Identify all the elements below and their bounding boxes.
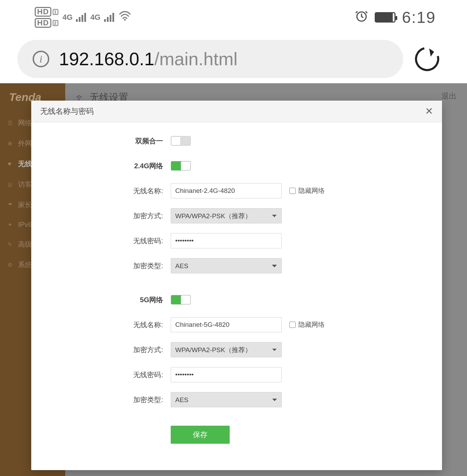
net24-toggle[interactable] (171, 161, 191, 171)
dualband-toggle[interactable] (171, 136, 191, 146)
dualband-label: 双频合一 (45, 136, 163, 146)
password5-input[interactable] (171, 367, 282, 382)
hd2-indicator: HD2 (35, 18, 58, 28)
password5-label: 无线密码: (45, 370, 163, 380)
hide24-checkbox-input[interactable] (289, 188, 296, 194)
site-info-icon[interactable]: i (33, 51, 49, 67)
encmode24-label: 加密方式: (45, 211, 163, 221)
enctype24-select[interactable]: AES (171, 258, 282, 273)
ssid24-label: 无线名称: (45, 186, 163, 196)
modal-title: 无线名称与密码 (40, 106, 94, 117)
encmode5-label: 加密方式: (45, 345, 163, 355)
ssid5-input[interactable] (171, 317, 282, 332)
net5-toggle[interactable] (171, 295, 191, 305)
password24-label: 无线密码: (45, 236, 163, 246)
browser-address-row: i 192.168.0.1/main.html (0, 35, 467, 83)
url-path: /main.html (154, 49, 238, 69)
net5-label: 5G网络 (45, 295, 163, 305)
hide24-checkbox[interactable]: 隐藏网络 (289, 186, 325, 195)
signal-2: 4G (90, 13, 114, 22)
hide5-checkbox[interactable]: 隐藏网络 (289, 320, 325, 329)
enctype24-label: 加密类型: (45, 261, 163, 271)
url-host: 192.168.0.1 (59, 49, 154, 69)
modal-close-button[interactable]: ✕ (425, 107, 433, 116)
ssid24-input[interactable] (171, 183, 282, 198)
ssid5-label: 无线名称: (45, 320, 163, 330)
enctype5-label: 加密类型: (45, 395, 163, 405)
hide5-checkbox-input[interactable] (289, 322, 296, 328)
enctype5-select[interactable]: AES (171, 392, 282, 407)
phone-status-bar: HD1 HD2 4G 4G (0, 0, 467, 35)
alarm-icon (355, 9, 368, 26)
address-bar[interactable]: i 192.168.0.1/main.html (17, 40, 403, 78)
svg-point-0 (124, 19, 126, 21)
reload-button[interactable] (410, 42, 444, 76)
encmode24-select[interactable]: WPA/WPA2-PSK（推荐） (171, 208, 282, 223)
battery-icon (375, 12, 396, 23)
wireless-settings-modal: 无线名称与密码 ✕ 双频合一 2.4G网络 无线名称: 隐藏网络 (31, 101, 442, 470)
close-icon: ✕ (425, 106, 433, 117)
hd1-indicator: HD1 (35, 7, 58, 17)
encmode5-select[interactable]: WPA/WPA2-PSK（推荐） (171, 342, 282, 357)
status-clock: 6:19 (402, 8, 436, 27)
save-button[interactable]: 保存 (171, 426, 230, 444)
signal-1: 4G (62, 13, 86, 22)
password24-input[interactable] (171, 233, 282, 248)
net24-label: 2.4G网络 (45, 161, 163, 171)
wifi-icon (118, 11, 131, 24)
